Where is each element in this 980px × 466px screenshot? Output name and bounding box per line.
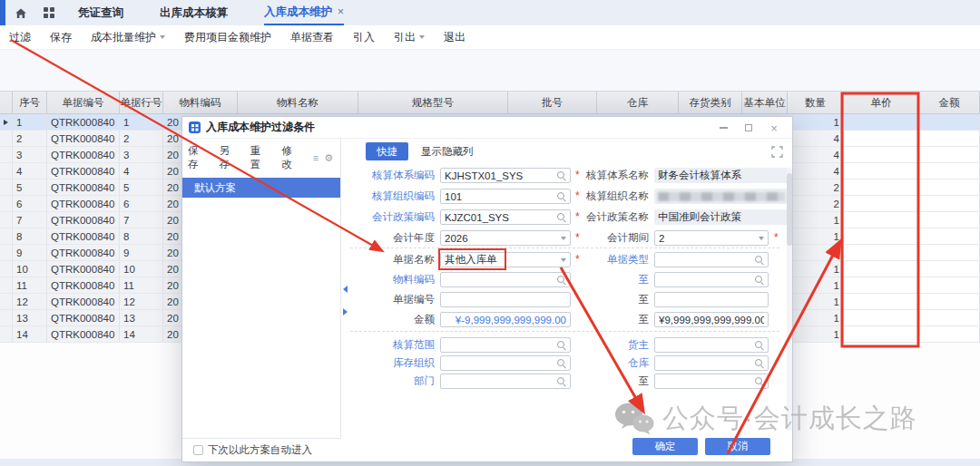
col-header-cell-base-unit[interactable]: 基本单位	[742, 92, 788, 113]
cell-amount[interactable]	[919, 228, 980, 245]
tab-凭证查询[interactable]: 凭证查询	[78, 0, 123, 25]
cell-doc-no[interactable]: QTRK000840	[47, 294, 120, 310]
field-物料编码[interactable]	[440, 272, 571, 287]
cell-seq[interactable]: 6	[13, 196, 47, 212]
field-至[interactable]	[654, 292, 769, 307]
cell-unit-price[interactable]	[844, 310, 919, 326]
cell-amount[interactable]	[919, 147, 980, 163]
field-仓库[interactable]	[654, 355, 769, 371]
cell-unit-price[interactable]	[844, 245, 919, 261]
col-header-cell-amount[interactable]: 金额	[919, 92, 980, 113]
cell-doc-no[interactable]: QTRK000840	[47, 212, 120, 228]
field-货主[interactable]	[654, 337, 769, 353]
cell-seq[interactable]: 3	[13, 147, 47, 163]
cell-doc-no[interactable]: QTRK000840	[47, 163, 120, 180]
search-icon[interactable]	[557, 377, 566, 386]
row-marker[interactable]	[0, 147, 13, 163]
row-marker[interactable]	[0, 114, 13, 131]
search-icon[interactable]	[557, 171, 566, 180]
cell-unit-price[interactable]	[844, 196, 919, 212]
apps-grid-icon[interactable]	[44, 7, 54, 18]
cell-amount[interactable]	[919, 180, 980, 196]
cell-doc-no[interactable]: QTRK000840	[47, 310, 120, 326]
cell-seq[interactable]: 5	[13, 180, 47, 196]
scrollbar[interactable]	[787, 168, 792, 431]
row-marker[interactable]	[0, 196, 13, 212]
cell-amount[interactable]	[919, 131, 980, 147]
cell-qty[interactable]: 2	[788, 180, 844, 196]
row-marker[interactable]	[0, 180, 13, 196]
cell-unit-price[interactable]	[844, 131, 919, 147]
cell-doc-no[interactable]: QTRK000840	[47, 245, 120, 261]
cell-qty[interactable]: 1	[788, 294, 844, 310]
field-至[interactable]: ¥9,999,999,999,999.00	[654, 312, 769, 327]
toolbar-button-过滤[interactable]: 过滤	[9, 30, 31, 45]
search-icon[interactable]	[557, 359, 566, 368]
cell-unit-price[interactable]	[844, 147, 919, 163]
cell-doc-no[interactable]: QTRK000840	[47, 114, 120, 131]
dialog-tab-快捷[interactable]: 快捷	[366, 142, 408, 160]
gear-icon[interactable]: ⚙	[324, 152, 333, 164]
scheme-button-保存[interactable]: 保存	[188, 144, 207, 171]
toolbar-button-保存[interactable]: 保存	[50, 30, 72, 45]
cell-doc-no[interactable]: QTRK000840	[47, 228, 120, 245]
cell-seq[interactable]: 1	[13, 114, 47, 131]
cell-line-no[interactable]: 5	[120, 180, 163, 196]
cell-seq[interactable]: 7	[13, 212, 47, 228]
cell-qty[interactable]: 1	[788, 245, 844, 261]
search-icon[interactable]	[755, 276, 764, 285]
cell-qty[interactable]: 1	[788, 310, 844, 326]
close-tab-icon[interactable]: ×	[338, 5, 344, 18]
cell-doc-no[interactable]: QTRK000840	[47, 180, 120, 196]
cell-unit-price[interactable]	[844, 212, 919, 228]
search-icon[interactable]	[557, 341, 566, 350]
cell-seq[interactable]: 2	[13, 131, 47, 147]
cell-line-no[interactable]: 6	[120, 196, 163, 212]
cell-line-no[interactable]: 1	[120, 114, 163, 131]
cell-qty[interactable]: 4	[788, 147, 844, 163]
cell-seq[interactable]: 11	[13, 277, 47, 294]
cancel-button[interactable]: 取消	[705, 438, 770, 455]
cell-seq[interactable]: 14	[13, 326, 47, 343]
row-marker[interactable]	[0, 163, 13, 180]
cell-qty[interactable]: 1	[788, 228, 844, 245]
col-header-cell-spec[interactable]: 规格型号	[358, 92, 508, 113]
chevron-down-icon[interactable]	[561, 258, 566, 262]
col-header-cell-material-name[interactable]: 物料名称	[238, 92, 358, 113]
cell-amount[interactable]	[919, 326, 980, 343]
cell-unit-price[interactable]	[844, 294, 919, 310]
col-header-cell-doc-no[interactable]: 单据编号	[47, 92, 120, 113]
row-marker[interactable]	[0, 245, 13, 261]
cell-line-no[interactable]: 12	[120, 294, 163, 310]
field-单据编号[interactable]	[440, 292, 571, 307]
search-icon[interactable]	[755, 359, 764, 368]
row-marker[interactable]	[0, 310, 13, 326]
cell-seq[interactable]: 13	[13, 310, 47, 326]
cell-qty[interactable]: 4	[788, 163, 844, 180]
search-icon[interactable]	[557, 192, 566, 201]
col-header-cell-seq[interactable]: 序号	[13, 92, 47, 113]
cell-line-no[interactable]: 14	[120, 326, 163, 343]
cell-unit-price[interactable]	[844, 277, 919, 294]
search-icon[interactable]	[755, 377, 764, 386]
toolbar-button-成本批量维护[interactable]: 成本批量维护	[91, 30, 165, 45]
field-金额[interactable]: ¥-9,999,999,999,999.00	[440, 312, 571, 327]
cell-qty[interactable]: 2	[788, 196, 844, 212]
cell-seq[interactable]: 9	[13, 245, 47, 261]
cell-amount[interactable]	[919, 261, 980, 277]
field-单据类型[interactable]	[654, 252, 769, 267]
field-会计期间[interactable]: 2	[654, 230, 769, 246]
field-会计年度[interactable]: 2026	[440, 230, 571, 246]
search-icon[interactable]	[557, 213, 566, 222]
cell-amount[interactable]	[919, 310, 980, 326]
cell-seq[interactable]: 4	[13, 163, 47, 180]
col-header-cell-line-no[interactable]: 单据行号	[120, 92, 163, 113]
cell-line-no[interactable]: 3	[120, 147, 163, 163]
search-icon[interactable]	[755, 256, 764, 265]
field-核算组织编码[interactable]: 101	[440, 189, 571, 204]
cell-amount[interactable]	[919, 245, 980, 261]
field-至[interactable]	[654, 374, 769, 389]
toolbar-button-引入[interactable]: 引入	[353, 30, 375, 45]
toolbar-button-退出[interactable]: 退出	[444, 30, 466, 45]
cell-seq[interactable]: 8	[13, 228, 47, 245]
